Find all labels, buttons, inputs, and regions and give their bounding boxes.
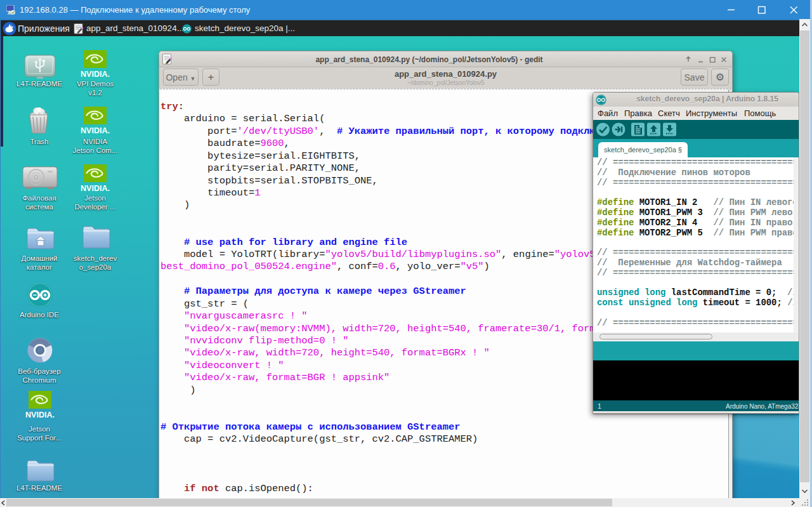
svg-text:NVIDIA.: NVIDIA. bbox=[25, 411, 55, 419]
svg-text:NVIDIA.: NVIDIA. bbox=[81, 126, 110, 135]
svg-text:NVIDIA.: NVIDIA. bbox=[81, 70, 110, 79]
svg-text:NVIDIA.: NVIDIA. bbox=[81, 184, 110, 193]
